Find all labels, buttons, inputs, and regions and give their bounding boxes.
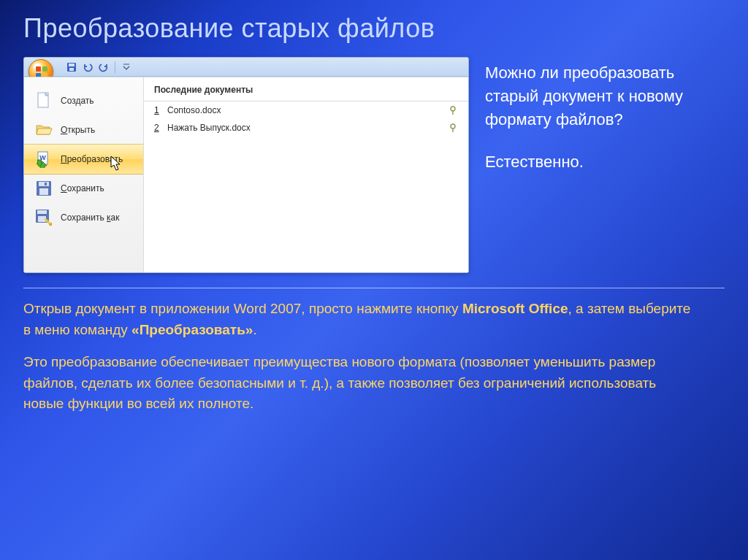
body-text: Открыв документ в приложении Word 2007, … [23, 299, 695, 415]
word-title-bar [24, 58, 468, 77]
svg-rect-13 [45, 183, 47, 185]
menu-item-save-as[interactable]: Сохранить как [24, 203, 143, 232]
qat-customize-button[interactable] [120, 61, 133, 74]
body-paragraph-2: Это преобразование обеспечивает преимуще… [23, 352, 695, 415]
menu-item-save[interactable]: Сохранить [24, 174, 143, 203]
pin-icon[interactable] [448, 123, 458, 133]
recent-document-item[interactable]: 2 Нажать Выпуск.docx [144, 119, 468, 137]
recent-document-item[interactable]: 1 Contoso.docx [144, 101, 468, 119]
svg-rect-15 [37, 210, 47, 214]
folder-open-icon [34, 120, 53, 139]
menu-item-label: Сохранить [61, 183, 104, 193]
recent-documents-panel: Последние документы 1 Contoso.docx 2 Наж… [144, 77, 468, 272]
recent-index: 1 [154, 105, 161, 115]
qat-save-button[interactable] [65, 61, 78, 74]
chevron-down-icon [123, 64, 130, 71]
slide-title: Преобразование старых файлов [23, 13, 725, 44]
quick-access-toolbar [65, 61, 133, 74]
menu-item-label: Преобразовать [61, 154, 123, 164]
menu-item-convert[interactable]: W Преобразовать [24, 144, 143, 174]
body-paragraph-1: Открыв документ в приложении Word 2007, … [23, 299, 695, 340]
separator [23, 288, 725, 288]
svg-rect-6 [69, 68, 74, 71]
recent-filename: Contoso.docx [167, 105, 442, 115]
recent-filename: Нажать Выпуск.docx [167, 123, 442, 133]
side-text: Можно ли преобразовать старый документ к… [485, 57, 704, 193]
save-icon [66, 62, 77, 72]
svg-rect-11 [39, 182, 49, 186]
svg-rect-16 [38, 216, 46, 222]
office-menu-commands: Создать Открыть W [24, 77, 144, 272]
new-document-icon [34, 91, 53, 110]
menu-item-new[interactable]: Создать [24, 86, 143, 115]
redo-icon [99, 62, 109, 72]
svg-point-19 [451, 124, 455, 129]
side-paragraph-2: Естественно. [485, 150, 704, 174]
office-menu: Создать Открыть W [24, 77, 468, 272]
menu-item-label: Сохранить как [61, 212, 119, 223]
menu-item-label: Открыть [61, 125, 95, 135]
svg-rect-0 [36, 66, 41, 72]
undo-icon [83, 62, 93, 72]
side-paragraph-1: Можно ли преобразовать старый документ к… [485, 61, 704, 131]
svg-point-17 [451, 107, 455, 111]
recent-documents-header: Последние документы [144, 77, 468, 101]
svg-rect-12 [39, 188, 48, 195]
word-screenshot: ие ¶ Создать Открыть [23, 57, 469, 273]
menu-item-label: Создать [61, 96, 94, 106]
svg-rect-1 [42, 66, 47, 72]
qat-separator [115, 61, 115, 73]
qat-undo-button[interactable] [81, 61, 94, 74]
menu-item-open[interactable]: Открыть [24, 115, 143, 145]
convert-icon: W [34, 150, 53, 169]
pin-icon[interactable] [448, 105, 458, 115]
qat-redo-button[interactable] [97, 61, 110, 74]
save-as-icon [34, 208, 53, 227]
recent-index: 2 [154, 123, 161, 133]
svg-rect-5 [69, 64, 75, 66]
save-icon [34, 179, 53, 198]
